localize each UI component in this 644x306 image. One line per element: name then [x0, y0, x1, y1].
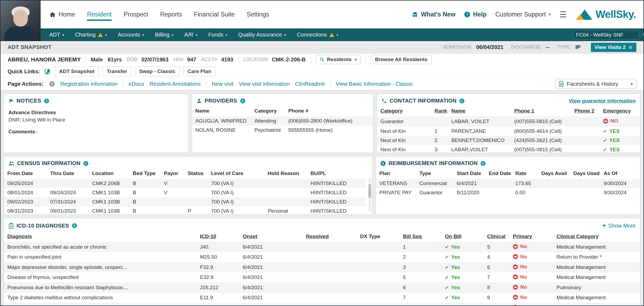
module-nav-accounts[interactable]: Accounts▾ — [118, 32, 144, 38]
module-nav-funds[interactable]: Funds▾ — [208, 32, 228, 38]
no-status: No — [513, 254, 527, 260]
divider — [238, 56, 238, 63]
census-scrollbar[interactable] — [368, 178, 371, 212]
quick-link-care-plan[interactable]: Care Plan — [183, 67, 216, 76]
info-icon[interactable] — [83, 161, 89, 166]
info-icon[interactable] — [44, 98, 49, 104]
plus-icon: + — [602, 222, 606, 229]
table-cell: CMK2 206B — [89, 179, 130, 188]
column-header[interactable]: On Bill — [442, 232, 484, 242]
quick-link-transfer[interactable]: Transfer — [102, 67, 131, 76]
table-cell — [161, 197, 185, 206]
page-actions-bar: Page Actions: ? Registration information… — [1, 78, 643, 90]
table-cell: 09/25/2024 — [4, 179, 47, 188]
search-icon[interactable] — [642, 32, 644, 38]
link-registration-information[interactable]: Registration information — [60, 81, 118, 87]
column-header[interactable]: Name — [448, 106, 511, 116]
show-more-link[interactable]: + Show More — [602, 222, 636, 229]
column-header[interactable]: DX Type — [357, 232, 400, 242]
table-cell: M25.50 — [197, 252, 240, 262]
link-view-basic-information-classic[interactable]: View Basic Information - Classic — [336, 81, 413, 87]
nav-item-home[interactable]: Home — [49, 11, 75, 18]
column-header[interactable]: Onset — [240, 232, 303, 242]
info-icon[interactable] — [459, 98, 465, 104]
column-header[interactable]: Category — [377, 106, 431, 116]
quick-link-adt-snapshot[interactable]: ADT Snapshot — [55, 67, 99, 76]
facesheets-history-dropdown[interactable]: Facesheets & History ▾ — [555, 79, 636, 89]
module-nav-billing[interactable]: Billing▾ — [155, 32, 173, 38]
diagnoses-table: DiagnosisICD-10OnsetResolvedDX TypeBill … — [4, 232, 640, 306]
module-nav-connections[interactable]: Connections ▾ — [297, 32, 338, 38]
reimbursement-information-card: $ REIMBURSEMENT INFORMATION PlanTypeStar… — [376, 156, 640, 215]
column-header[interactable]: Phone 1 — [511, 106, 571, 116]
column-header[interactable]: Primary — [510, 232, 553, 242]
edit-quick-links-icon[interactable] — [44, 68, 51, 75]
column-header[interactable]: Emergency — [600, 106, 640, 116]
module-nav-adt[interactable]: ADT▾ — [49, 32, 64, 38]
column-header: End Date — [486, 169, 512, 179]
yes-status: Yes — [445, 305, 460, 306]
column-header[interactable]: Resolved — [303, 232, 357, 242]
column-header[interactable]: Clinical Category — [553, 232, 640, 242]
help-link[interactable]: ? Help — [464, 11, 487, 18]
nav-item-prospect[interactable]: Prospect — [124, 11, 148, 18]
card-header: NOTICES — [4, 94, 188, 106]
column-header: Plan — [376, 169, 416, 179]
info-icon[interactable] — [240, 98, 245, 104]
column-header[interactable]: ICD-10 — [197, 232, 240, 242]
link-view-visit-information[interactable]: View visit information — [239, 81, 290, 87]
table-cell: Disease of thymus, unspecified — [4, 272, 197, 283]
whats-new-link[interactable]: What's New — [412, 11, 455, 18]
facility-search-input[interactable] — [576, 32, 642, 38]
table-cell — [185, 188, 208, 197]
link-new-visit[interactable]: New visit — [212, 81, 234, 87]
nav-item-resident[interactable]: Resident — [87, 11, 112, 18]
table-cell: 5 — [400, 272, 442, 283]
module-nav-ar[interactable]: A/R▾ — [184, 32, 197, 38]
nav-item-reports[interactable]: Reports — [160, 11, 182, 18]
chevron-down-icon: ▾ — [171, 33, 173, 37]
table-row: NOLAN, ROSINEPsychiatrist555555555 (Home… — [192, 126, 373, 135]
table-cell: (007)555-0815 (Cell) — [511, 145, 571, 154]
view-visits-button[interactable]: View Visits 2 — [591, 43, 636, 52]
link-edocs[interactable]: eDocs — [129, 81, 144, 87]
question-circle-icon[interactable]: ? — [49, 81, 55, 87]
browse-all-residents-button[interactable]: Browse All Residents — [371, 55, 432, 64]
census-scrollbar-thumb[interactable] — [368, 184, 371, 198]
chevron-down-icon: ▾ — [284, 33, 286, 37]
column-header[interactable]: Bill Seq — [400, 232, 442, 242]
table-cell: 07/31/2024 — [47, 197, 89, 206]
warning-icon — [329, 32, 334, 37]
column-header[interactable]: Phone 2 — [571, 106, 600, 116]
card-header: PROVIDERS — [192, 94, 373, 106]
nav-item-financial-suite[interactable]: Financial Suite — [194, 11, 235, 18]
column-header[interactable]: Clinical — [484, 232, 510, 242]
info-icon[interactable] — [480, 161, 486, 166]
info-icon[interactable] — [72, 223, 77, 228]
yes-status: Yes — [445, 295, 460, 301]
resident-photo — [1, 1, 41, 41]
link-resident-annotations[interactable]: Resident Annotations — [150, 81, 201, 87]
link-clinreadmit[interactable]: ClinReadmit — [295, 81, 325, 87]
module-nav-charting[interactable]: Charting ▾ — [75, 32, 107, 38]
yes-status: YES — [603, 137, 620, 143]
hamburger-menu-button[interactable]: ☰ — [559, 11, 567, 19]
table-cell: 173.65 — [512, 179, 538, 188]
column-header[interactable]: Rank — [431, 106, 448, 116]
table-cell: 6/4/2021 — [240, 282, 303, 293]
table-header-row: CategoryRankNamePhone 1Phone 2Emergency — [377, 106, 640, 116]
table-cell — [571, 136, 600, 145]
customer-support-menu[interactable]: Customer Support ▾ — [495, 11, 551, 18]
table-cell: 09/24/2024 — [47, 188, 89, 197]
column-header: Type — [416, 169, 454, 179]
view-guarantor-link[interactable]: View guarantor information — [569, 98, 636, 104]
module-nav-quality-assurance[interactable]: Quality Assurance▾ — [238, 32, 286, 38]
table-cell — [357, 282, 400, 293]
check-icon — [445, 274, 449, 280]
minus-circle-icon — [513, 285, 518, 290]
column-header[interactable]: Diagnosis — [4, 232, 197, 242]
quick-link-swap-classic[interactable]: Swap - Classic — [135, 67, 180, 76]
residents-dropdown-button[interactable]: Residents ▾ — [316, 55, 361, 64]
nav-item-settings[interactable]: Settings — [247, 11, 269, 18]
facesheets-label: Facesheets & History — [567, 81, 618, 87]
